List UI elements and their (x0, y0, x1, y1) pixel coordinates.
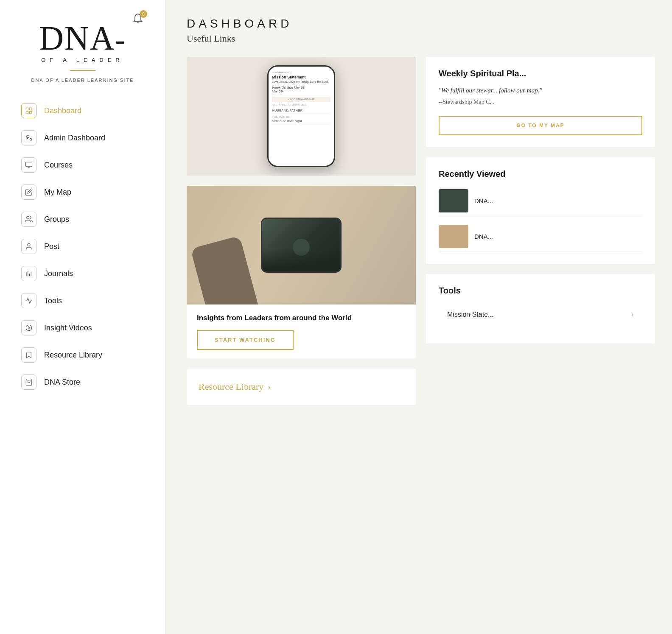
recent-item-label-1: DNA... (474, 197, 493, 204)
sidebar-item-label-map: My Map (44, 188, 71, 197)
recent-thumb-2 (439, 225, 468, 248)
monitor-icon (21, 157, 36, 173)
left-column: dnaofaleader.org Mission Statement Love … (187, 57, 416, 405)
right-column: Weekly Spiritual Pla... "We fulfill our … (426, 57, 655, 405)
svg-rect-0 (26, 108, 28, 110)
sidebar: 0 DNA- OF A LEADER DNA OF A LEADER LEARN… (0, 0, 165, 634)
weekly-spiritual-quote: "We fulfill our stewar... follow our map… (439, 85, 642, 95)
insight-videos-card: Insights from Leaders from around the Wo… (187, 186, 416, 358)
play-icon (21, 320, 36, 335)
sidebar-item-post[interactable]: Post (0, 233, 165, 260)
sidebar-item-label-dashboard: Dashboard (44, 106, 81, 115)
shopping-bag-icon (21, 374, 36, 390)
insight-card-title: Insights from Leaders from around the Wo… (197, 313, 406, 323)
recent-items-list: DNA... DNA... (439, 186, 642, 252)
sidebar-item-insight-videos[interactable]: Insight Videos (0, 314, 165, 341)
start-watching-button[interactable]: START WATCHING (197, 330, 294, 350)
svg-rect-1 (30, 108, 32, 110)
site-name: DNA OF A LEADER LEARNING SITE (31, 78, 134, 83)
bookmark-icon (21, 347, 36, 363)
sidebar-item-label-post: Post (44, 242, 59, 251)
go-to-map-button[interactable]: GO TO MY MAP (439, 116, 642, 135)
svg-point-4 (27, 135, 29, 138)
recent-thumb-1 (439, 189, 468, 212)
recent-item[interactable]: DNA... (439, 186, 642, 216)
sidebar-item-label-journals: Journals (44, 269, 73, 278)
tools-chevron-icon: › (631, 310, 634, 319)
svg-marker-16 (28, 327, 31, 329)
grid-icon (21, 103, 36, 118)
svg-rect-6 (26, 162, 32, 167)
sidebar-item-label-courses: Courses (44, 161, 73, 170)
sidebar-item-dna-store[interactable]: DNA Store (0, 369, 165, 396)
sidebar-item-courses[interactable]: Courses (0, 151, 165, 179)
svg-point-9 (27, 216, 29, 219)
weekly-spiritual-title: Weekly Spiritual Pla... (439, 69, 642, 78)
user-cog-icon (21, 130, 36, 145)
users-icon (21, 212, 36, 227)
svg-point-5 (30, 139, 32, 141)
svg-rect-2 (26, 112, 28, 114)
page-subtitle: Useful Links (187, 33, 655, 44)
chevron-right-icon: › (268, 381, 271, 392)
main-content: DASHBOARD Useful Links dnaofaleader.org … (165, 0, 672, 634)
sidebar-item-admin-dashboard[interactable]: Admin Dashboard (0, 124, 165, 151)
resource-library-label: Resource Library (199, 381, 263, 392)
notification-count: 0 (140, 10, 147, 18)
phone-frame: dnaofaleader.org Mission Statement Love … (267, 65, 335, 167)
sidebar-item-label-groups: Groups (44, 215, 69, 224)
bar-chart-icon (21, 266, 36, 281)
recently-viewed-card: Recently Viewed DNA... DNA... (426, 157, 655, 264)
sidebar-item-my-map[interactable]: My Map (0, 179, 165, 206)
svg-point-10 (28, 243, 30, 246)
logo-area: DNA- OF A LEADER DNA OF A LEADER LEARNIN… (31, 21, 134, 93)
edit-icon (21, 184, 36, 200)
page-title: DASHBOARD (187, 17, 655, 31)
recently-viewed-title: Recently Viewed (439, 169, 642, 179)
stewardship-image: dnaofaleader.org Mission Statement Love … (187, 57, 416, 176)
tools-title: Tools (439, 286, 642, 296)
notification-bell[interactable]: 0 (132, 13, 144, 27)
stewardship-card: dnaofaleader.org Mission Statement Love … (187, 57, 416, 176)
bell-icon[interactable]: 0 (132, 13, 144, 27)
sidebar-item-label-tools: Tools (44, 296, 62, 305)
sidebar-item-label-resource: Resource Library (44, 351, 102, 360)
content-grid: dnaofaleader.org Mission Statement Love … (187, 57, 655, 405)
resource-library-card[interactable]: Resource Library › (187, 369, 416, 405)
recent-item-label-2: DNA... (474, 233, 493, 240)
tools-card: Tools Mission State... › (426, 274, 655, 344)
resource-library-link[interactable]: Resource Library › (199, 381, 404, 392)
weekly-spiritual-card: Weekly Spiritual Pla... "We fulfill our … (426, 57, 655, 147)
sidebar-item-tools[interactable]: Tools (0, 287, 165, 314)
logo-dna: DNA- (39, 21, 126, 55)
sidebar-item-dashboard[interactable]: Dashboard (0, 97, 165, 124)
insight-video-image (187, 186, 416, 304)
sidebar-item-label-dna-store: DNA Store (44, 378, 80, 387)
sidebar-item-label-admin: Admin Dashboard (44, 134, 105, 142)
video-mockup (187, 186, 416, 304)
user-icon (21, 239, 36, 254)
logo-divider (70, 70, 95, 71)
activity-icon (21, 293, 36, 308)
phone-mockup: dnaofaleader.org Mission Statement Love … (187, 57, 416, 176)
tools-item-label: Mission State... (447, 311, 493, 318)
nav-list: Dashboard Admin Dashboard Courses My Map (0, 97, 165, 396)
weekly-spiritual-attribution: --Stewardship Map C... (439, 99, 642, 106)
svg-point-15 (26, 325, 32, 331)
recent-item-2[interactable]: DNA... (439, 221, 642, 252)
sidebar-item-label-insight: Insight Videos (44, 324, 92, 332)
sidebar-item-groups[interactable]: Groups (0, 206, 165, 233)
svg-rect-3 (30, 112, 32, 114)
insight-card-body: Insights from Leaders from around the Wo… (187, 304, 416, 358)
tools-item-mission[interactable]: Mission State... › (439, 302, 642, 327)
sidebar-item-journals[interactable]: Journals (0, 260, 165, 287)
sidebar-item-resource-library[interactable]: Resource Library (0, 341, 165, 369)
logo-subtitle: OF A LEADER (41, 57, 124, 63)
